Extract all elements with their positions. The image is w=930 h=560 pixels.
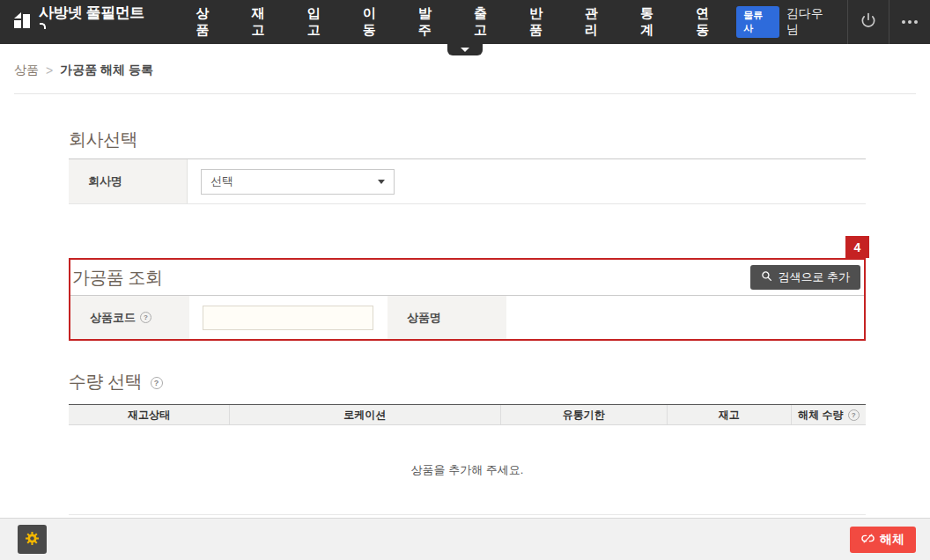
product-code-label: 상품코드 ? bbox=[70, 296, 189, 339]
nav-item-products[interactable]: 상품 bbox=[181, 0, 236, 52]
empty-state-message: 상품을 추가해 주세요. bbox=[411, 462, 524, 478]
nav-item-transfer[interactable]: 이동 bbox=[348, 0, 403, 52]
nav-item-integration[interactable]: 연동 bbox=[681, 0, 736, 52]
nav-item-statistics[interactable]: 통계 bbox=[625, 0, 681, 52]
search-section-header: 가공품 조회 검색으로 추가 bbox=[70, 260, 864, 296]
quantity-section-title-row: 수량 선택 ? bbox=[69, 370, 866, 394]
company-select[interactable]: 선택 bbox=[201, 169, 395, 195]
search-section-title: 가공품 조회 bbox=[72, 266, 163, 290]
product-name-label: 상품명 bbox=[388, 296, 506, 339]
disassemble-button-label: 해체 bbox=[880, 532, 904, 548]
select-arrow-icon bbox=[378, 180, 385, 184]
processed-goods-search-section: 가공품 조회 검색으로 추가 상품코드 ? 상품명 bbox=[69, 258, 866, 341]
breadcrumb-parent[interactable]: 상품 bbox=[14, 63, 39, 78]
company-select-value: 선택 bbox=[210, 173, 233, 189]
company-name-label: 회사명 bbox=[69, 159, 188, 203]
column-header-expiry: 유통기한 bbox=[500, 405, 667, 424]
company-select-section: 회사선택 회사명 선택 bbox=[69, 128, 866, 204]
logo-text: 사방넷 풀필먼트 bbox=[39, 3, 149, 42]
user-role-badge: 물류사 bbox=[736, 6, 779, 38]
add-by-search-button[interactable]: 검색으로 추가 bbox=[750, 265, 860, 290]
column-header-disassembly-qty: 해체 수량 ? bbox=[791, 405, 866, 424]
company-name-row: 회사명 선택 bbox=[69, 159, 866, 204]
bottom-action-bar: 해체 bbox=[0, 518, 930, 560]
company-section-title: 회사선택 bbox=[69, 128, 866, 159]
quantity-section-title: 수량 선택 bbox=[69, 372, 142, 391]
nav-item-admin[interactable]: 관리 bbox=[570, 0, 625, 52]
user-name: 김다우님 bbox=[786, 6, 835, 38]
more-menu-button[interactable] bbox=[889, 0, 930, 44]
page-title: 가공품 해체 등록 bbox=[60, 63, 153, 78]
ellipsis-icon bbox=[902, 20, 918, 24]
top-navbar: 사방넷 풀필먼트 상품 재고 입고 이동 발주 출고 반품 관리 통계 연동 물… bbox=[0, 0, 930, 44]
logout-button[interactable] bbox=[847, 0, 889, 44]
breadcrumb-separator: > bbox=[46, 63, 53, 77]
settings-button[interactable] bbox=[18, 525, 47, 554]
logo-icon bbox=[14, 11, 32, 33]
quantity-select-section: 수량 선택 ? 재고상태 로케이션 유통기한 재고 해체 수량 ? 상품을 추가… bbox=[69, 370, 866, 515]
step-count-badge: 4 bbox=[845, 236, 869, 258]
unlink-icon bbox=[861, 532, 875, 548]
nav-item-inbound[interactable]: 입고 bbox=[292, 0, 348, 52]
chevron-down-icon bbox=[461, 48, 469, 52]
quantity-table-empty-area: 상품을 추가해 주세요. bbox=[69, 425, 866, 515]
add-by-search-label: 검색으로 추가 bbox=[778, 269, 850, 285]
app-logo[interactable]: 사방넷 풀필먼트 bbox=[14, 3, 149, 42]
nav-item-returns[interactable]: 반품 bbox=[514, 0, 570, 52]
gear-icon bbox=[24, 530, 41, 549]
nav-item-inventory[interactable]: 재고 bbox=[237, 0, 292, 52]
help-icon[interactable]: ? bbox=[151, 377, 163, 389]
main-content: 회사선택 회사명 선택 4 가공품 조회 검 bbox=[0, 128, 930, 515]
column-header-stock-status: 재고상태 bbox=[69, 405, 229, 424]
quantity-table-header: 재고상태 로케이션 유통기한 재고 해체 수량 ? bbox=[69, 404, 866, 425]
column-header-location: 로케이션 bbox=[229, 405, 500, 424]
navbar-right: 물류사 김다우님 bbox=[736, 0, 930, 44]
power-icon bbox=[860, 11, 877, 33]
logo-superscript-mark bbox=[40, 23, 46, 29]
product-code-input[interactable] bbox=[203, 306, 373, 330]
menu-expand-tab[interactable] bbox=[447, 44, 483, 55]
processed-goods-search-wrap: 4 가공품 조회 검색으로 추가 상품코드 ? bbox=[69, 258, 866, 341]
disassemble-submit-button[interactable]: 해체 bbox=[850, 527, 916, 553]
help-icon[interactable]: ? bbox=[140, 312, 151, 323]
search-icon bbox=[761, 270, 772, 284]
help-icon[interactable]: ? bbox=[848, 409, 860, 421]
product-code-row: 상품코드 ? 상품명 bbox=[70, 296, 864, 339]
column-header-stock: 재고 bbox=[667, 405, 791, 424]
